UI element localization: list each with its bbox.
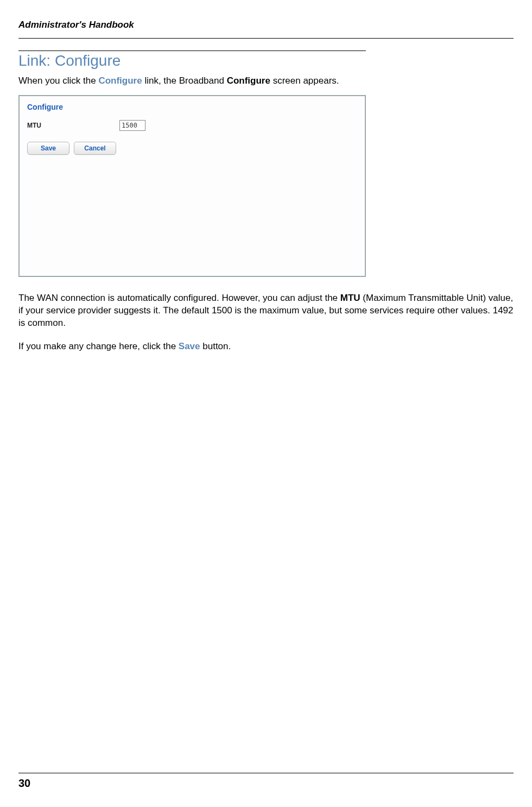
mtu-input[interactable] xyxy=(119,120,145,131)
page-number: 30 xyxy=(18,777,30,790)
intro-bold: Configure xyxy=(227,75,270,86)
configure-screenshot-panel: Configure MTU Save Cancel xyxy=(18,95,366,277)
p2-suffix: button. xyxy=(200,341,231,351)
intro-text-prefix: When you click the xyxy=(18,75,98,86)
p1-prefix: The WAN connection is automatically conf… xyxy=(18,293,340,303)
mtu-label: MTU xyxy=(27,122,119,129)
running-header: Administrator's Handbook xyxy=(18,20,514,30)
header-rule xyxy=(18,38,514,39)
configure-link-text: Configure xyxy=(98,75,142,86)
cancel-button[interactable]: Cancel xyxy=(74,142,116,155)
mtu-row: MTU xyxy=(27,120,357,131)
intro-text-mid: link, the Broadband xyxy=(142,75,227,86)
panel-buttons-row: Save Cancel xyxy=(27,142,357,155)
p1-mtu-bold: MTU xyxy=(340,293,360,303)
panel-title: Configure xyxy=(27,103,357,111)
intro-text-suffix: screen appears. xyxy=(270,75,339,86)
paragraph-1: The WAN connection is automatically conf… xyxy=(18,292,514,330)
paragraph-2: If you make any change here, click the S… xyxy=(18,341,514,353)
intro-paragraph: When you click the Configure link, the B… xyxy=(18,75,514,87)
section-title: Link: Configure xyxy=(18,52,514,70)
section-rule xyxy=(18,51,366,51)
p2-prefix: If you make any change here, click the xyxy=(18,341,179,351)
footer-rule xyxy=(18,773,514,773)
p2-save-ref: Save xyxy=(179,341,200,351)
save-button[interactable]: Save xyxy=(27,142,69,155)
